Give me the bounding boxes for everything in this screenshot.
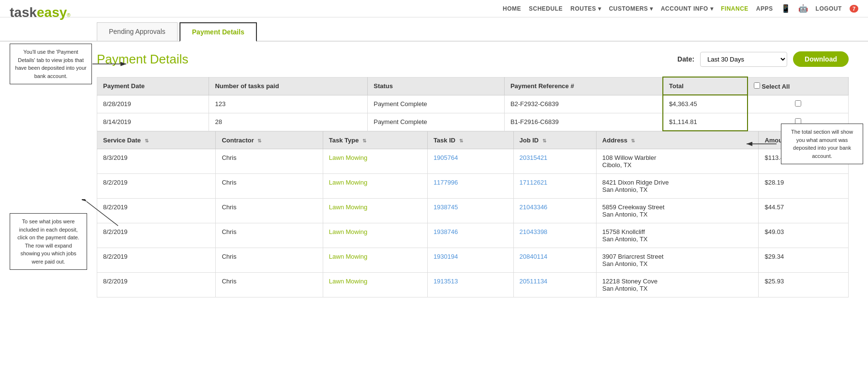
task-type-link[interactable]: Lawn Mowing — [329, 278, 368, 285]
col-select-all: Select All — [748, 77, 849, 95]
logo-easy: easy — [37, 5, 67, 20]
col-total: Total — [663, 77, 748, 95]
detail-amount: $44.57 — [759, 199, 849, 223]
right-callout: The total section will show you what amo… — [781, 124, 863, 164]
col-payment-date: Payment Date — [97, 77, 209, 95]
android-icon: 🤖 — [798, 4, 808, 13]
col-status: Status — [368, 77, 505, 95]
detail-row: 8/2/2019 Chris Lawn Mowing 1930194 20840… — [97, 248, 849, 273]
detail-address: 8421 Dixon Ridge DriveSan Antonio, TX — [596, 174, 759, 199]
nav-customers[interactable]: CUSTOMERS — [609, 5, 653, 12]
payment-row[interactable]: 8/28/2019 123 Payment Complete B2-F2932-… — [97, 95, 849, 113]
header-controls: Date: Last 30 Days Last 60 Days Last 90 … — [677, 51, 849, 67]
col-num-tasks: Number of tasks paid — [209, 77, 368, 95]
detail-address: 12218 Stoney CoveSan Antonio, TX — [596, 273, 759, 297]
detail-task-id: 1905764 — [427, 149, 513, 174]
payment-total-cell: $1,114.81 — [663, 113, 748, 131]
detail-job-id: 21043346 — [513, 199, 596, 223]
detail-address: 3907 Briarcrest StreetSan Antonio, TX — [596, 248, 759, 273]
task-id-link[interactable]: 1930194 — [434, 253, 458, 260]
payment-date-cell: 8/14/2019 — [97, 113, 209, 131]
logo-dot: ® — [67, 13, 70, 18]
svg-line-3 — [87, 202, 118, 226]
nav-home[interactable]: HOME — [503, 5, 521, 12]
right-callout-text: The total section will show you what amo… — [791, 129, 853, 159]
detail-task-type: Lawn Mowing — [323, 248, 427, 273]
job-id-link[interactable]: 21043398 — [520, 228, 548, 235]
job-id-link[interactable]: 21043346 — [520, 203, 548, 211]
task-id-link[interactable]: 1938746 — [434, 228, 458, 235]
detail-row: 8/2/2019 Chris Lawn Mowing 1938746 21043… — [97, 223, 849, 248]
detail-address: 108 Willow WarblerCibolo, TX — [596, 149, 759, 174]
payment-date-cell: 8/28/2019 — [97, 95, 209, 113]
detail-contractor: Chris — [216, 223, 323, 248]
detail-task-type: Lawn Mowing — [323, 273, 427, 297]
detail-amount: $28.19 — [759, 174, 849, 199]
detail-task-type: Lawn Mowing — [323, 174, 427, 199]
detail-contractor: Chris — [216, 149, 323, 174]
payment-status-cell: Payment Complete — [368, 95, 505, 113]
detail-job-id: 20840114 — [513, 248, 596, 273]
job-id-link[interactable]: 20315421 — [520, 154, 548, 161]
job-id-link[interactable]: 20511134 — [520, 278, 548, 285]
detail-task-id: 1913513 — [427, 273, 513, 297]
nav-finance[interactable]: FINANCE — [721, 5, 748, 12]
callout-arrow-svg — [91, 59, 130, 69]
logo: taskeasy® — [10, 5, 71, 20]
detail-amount: $29.34 — [759, 248, 849, 273]
task-type-link[interactable]: Lawn Mowing — [329, 253, 368, 260]
detail-row: 8/2/2019 Chris Lawn Mowing 1177996 17112… — [97, 174, 849, 199]
row-checkbox[interactable] — [795, 100, 801, 107]
payment-ref-cell: B2-F2932-C6839 — [504, 95, 662, 113]
task-type-link[interactable]: Lawn Mowing — [329, 203, 368, 211]
nav-routes[interactable]: ROUTES — [570, 5, 601, 12]
nav-apps[interactable]: APPS — [756, 5, 773, 12]
logo-task: task — [10, 5, 37, 20]
detail-task-id: 1930194 — [427, 248, 513, 273]
detail-service-date: 8/2/2019 — [97, 248, 216, 273]
detail-col-address: Address ⇅ — [596, 132, 759, 149]
nav-logout[interactable]: LOGOUT — [816, 5, 842, 12]
date-label: Date: — [677, 55, 694, 63]
payment-tasks-cell: 123 — [209, 95, 368, 113]
bottom-callout: To see what jobs were included in each d… — [10, 213, 87, 270]
select-all-checkbox[interactable] — [754, 82, 760, 89]
mobile-icon: 📱 — [781, 4, 791, 13]
page-header: Payment Details Date: Last 30 Days Last … — [97, 51, 849, 67]
nav-links: HOME SCHEDULE ROUTES CUSTOMERS ACCOUNT I… — [503, 4, 858, 13]
top-callout-text: You'll use the 'Payment Details' tab to … — [15, 49, 86, 79]
nav-schedule[interactable]: SCHEDULE — [529, 5, 563, 12]
tab-pending-approvals[interactable]: Pending Approvals — [97, 22, 178, 41]
detail-task-id: 1938746 — [427, 223, 513, 248]
top-callout: You'll use the 'Payment Details' tab to … — [10, 44, 92, 84]
right-callout-arrow — [743, 139, 781, 149]
detail-amount: $25.93 — [759, 273, 849, 297]
navbar: taskeasy® HOME SCHEDULE ROUTES CUSTOMERS… — [0, 0, 868, 17]
detail-row: 8/2/2019 Chris Lawn Mowing 1938745 21043… — [97, 199, 849, 223]
col-payment-ref: Payment Reference # — [504, 77, 662, 95]
download-button[interactable]: Download — [793, 51, 849, 67]
payment-tasks-cell: 28 — [209, 113, 368, 131]
detail-job-id: 20511134 — [513, 273, 596, 297]
tab-payment-details[interactable]: Payment Details — [180, 22, 257, 42]
payment-table: Payment Date Number of tasks paid Status… — [97, 77, 849, 131]
nav-account-info[interactable]: ACCOUNT INFO — [661, 5, 713, 12]
payment-checkbox-cell[interactable] — [748, 95, 849, 113]
bottom-callout-text: To see what jobs were included in each d… — [17, 218, 79, 265]
task-type-link[interactable]: Lawn Mowing — [329, 154, 368, 161]
payment-row[interactable]: 8/14/2019 28 Payment Complete B1-F2916-C… — [97, 113, 849, 131]
task-type-link[interactable]: Lawn Mowing — [329, 179, 368, 186]
task-id-link[interactable]: 1938745 — [434, 203, 458, 211]
task-type-link[interactable]: Lawn Mowing — [329, 228, 368, 235]
task-id-link[interactable]: 1177996 — [434, 179, 458, 186]
main-content: Payment Details Date: Last 30 Days Last … — [0, 42, 868, 307]
task-id-link[interactable]: 1905764 — [434, 154, 458, 161]
detail-col-task-type: Task Type ⇅ — [323, 132, 427, 149]
detail-row: 8/3/2019 Chris Lawn Mowing 1905764 20315… — [97, 149, 849, 174]
task-id-link[interactable]: 1913513 — [434, 278, 458, 285]
job-id-link[interactable]: 17112621 — [520, 179, 548, 186]
job-id-link[interactable]: 20840114 — [520, 253, 548, 260]
detail-col-service-date: Service Date ⇅ — [97, 132, 216, 149]
date-select[interactable]: Last 30 Days Last 60 Days Last 90 Days C… — [700, 52, 787, 67]
payment-total-cell: $4,363.45 — [663, 95, 748, 113]
